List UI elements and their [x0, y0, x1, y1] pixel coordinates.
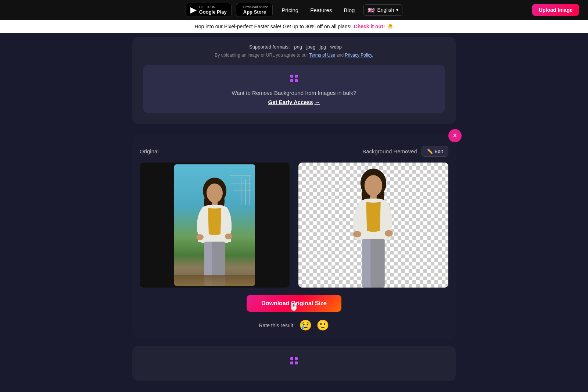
language-selector[interactable]: 🇬🇧 English ▾ [363, 4, 402, 16]
promo-text: Hop into our Pixel-perfect Easter sale! … [195, 24, 352, 29]
nav-blog[interactable]: Blog [344, 7, 355, 13]
background-removed-label: Background Removed [362, 148, 417, 154]
removed-image-panel [298, 163, 448, 288]
result-section: × Original Background Removed ✏️ Edit [132, 135, 456, 339]
main-content: Supported formats: png jpeg jpg webp By … [125, 33, 463, 392]
google-play-icon: ▶ [190, 5, 197, 15]
sad-rating-button[interactable]: 😢 [299, 319, 312, 331]
google-play-large-label: Google Play [199, 9, 227, 15]
nav-features[interactable]: Features [310, 7, 332, 13]
upload-card: Supported formats: png jpeg jpg webp By … [132, 37, 456, 124]
promo-banner: Hop into our Pixel-perfect Easter sale! … [0, 20, 588, 33]
bulk-promo-card: Want to Remove Background from Images in… [143, 65, 445, 113]
svg-rect-22 [290, 357, 293, 360]
edit-button[interactable]: ✏️ Edit [422, 146, 448, 157]
svg-point-7 [207, 183, 223, 203]
rate-row: Rate this result: 😢 🙂 [140, 319, 448, 331]
google-play-small-label: GET IT ON [199, 5, 227, 9]
close-button[interactable]: × [448, 129, 462, 142]
original-image-panel [140, 163, 290, 288]
edit-pen-icon: ✏️ [427, 149, 433, 154]
language-label: English [377, 7, 394, 13]
nav-links: Pricing Features Blog [282, 7, 355, 13]
download-area: Download Original Size 🖱️ [140, 295, 448, 312]
app-store-badge[interactable]: Download on the App Store [236, 3, 273, 17]
result-header: Original Background Removed ✏️ Edit [140, 146, 448, 157]
chevron-down-icon: ▾ [396, 7, 398, 13]
terms-link[interactable]: Terms of Use [309, 53, 335, 58]
app-store-small-label: Download on the [243, 5, 268, 9]
removed-label-container: Background Removed ✏️ Edit [294, 146, 448, 157]
nav-pricing[interactable]: Pricing [282, 7, 298, 13]
svg-rect-2 [290, 79, 293, 82]
svg-point-19 [385, 230, 393, 237]
svg-rect-3 [295, 79, 298, 82]
bottom-bulk-card [132, 346, 456, 381]
upload-image-button[interactable]: Upload Image [532, 4, 579, 16]
rate-label: Rate this result: [259, 322, 294, 328]
original-label: Original [140, 148, 294, 154]
neutral-rating-button[interactable]: 🙂 [316, 319, 329, 331]
checker-background [298, 163, 448, 288]
terms-text: By uploading an image or URL you agree t… [143, 53, 445, 58]
app-store-large-label: App Store [243, 9, 268, 15]
images-row [140, 163, 448, 288]
svg-point-10 [225, 234, 232, 239]
svg-rect-24 [290, 361, 293, 364]
early-access-link[interactable]: Get Early Access → [268, 99, 320, 105]
privacy-link[interactable]: Privacy Policy. [345, 53, 373, 58]
google-play-badge[interactable]: ▶ GET IT ON Google Play [186, 3, 232, 17]
svg-rect-25 [295, 361, 298, 364]
svg-point-16 [365, 175, 382, 196]
download-original-size-button[interactable]: Download Original Size 🖱️ [247, 295, 341, 312]
promo-emoji: 🐣 [387, 24, 393, 29]
bulk-promo-text: Want to Remove Background from Images in… [151, 90, 437, 96]
svg-rect-0 [290, 75, 293, 78]
svg-rect-23 [295, 357, 298, 360]
svg-point-9 [196, 234, 204, 240]
navbar: ▶ GET IT ON Google Play Download on the … [0, 0, 588, 20]
flag-icon: 🇬🇧 [368, 7, 375, 14]
supported-formats: Supported formats: png jpeg jpg webp [143, 44, 445, 50]
bulk-promo-icon [151, 72, 437, 87]
bottom-bulk-icon [141, 355, 447, 369]
svg-rect-21 [370, 239, 385, 288]
svg-point-18 [353, 231, 361, 238]
svg-rect-1 [295, 75, 298, 78]
promo-link[interactable]: Check it out! [354, 24, 385, 29]
app-badges: ▶ GET IT ON Google Play Download on the … [186, 3, 273, 17]
